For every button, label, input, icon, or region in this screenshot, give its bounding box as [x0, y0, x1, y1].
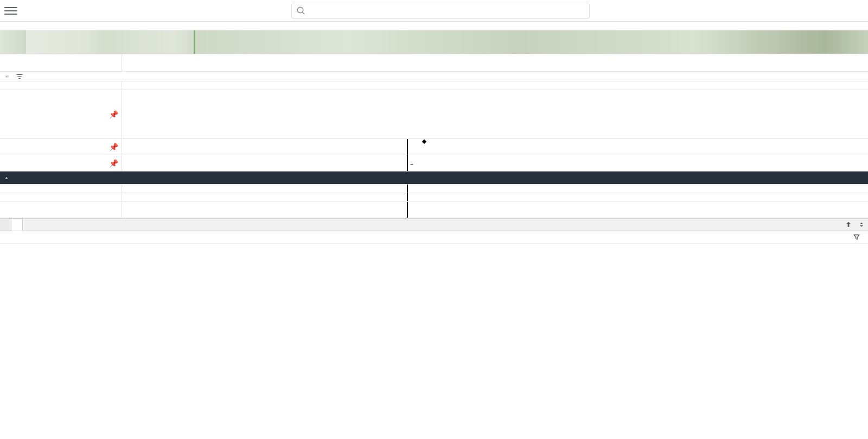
- time-origin-label: [0, 54, 122, 71]
- search-icon: [296, 6, 306, 16]
- time-ruler[interactable]: [122, 54, 868, 71]
- pin-icon[interactable]: 📌: [109, 159, 118, 168]
- binder-transaction-track[interactable]: [122, 81, 868, 90]
- marker-diamond-icon: [421, 139, 427, 145]
- cpu1-track[interactable]: [122, 139, 868, 155]
- ftrace-events-list[interactable]: [0, 244, 868, 439]
- slice-binder-transaction[interactable]: [122, 82, 124, 89]
- menu-icon[interactable]: [4, 4, 17, 17]
- svg-rect-4: [18, 78, 21, 78]
- slice-binder-reply[interactable]: [122, 194, 124, 201]
- tab-ftrace-events[interactable]: [11, 219, 23, 231]
- pin-icon[interactable]: 📌: [109, 143, 118, 151]
- collapse-all-icon[interactable]: [3, 73, 11, 80]
- filter-icon: [853, 233, 860, 241]
- svg-point-0: [297, 7, 303, 13]
- tab-current-selection[interactable]: [0, 219, 11, 231]
- overview-minimap[interactable]: [0, 22, 868, 54]
- chevron-up-icon[interactable]: [3, 175, 10, 181]
- filter-button[interactable]: [853, 233, 863, 241]
- svg-line-1: [302, 12, 304, 14]
- svg-rect-3: [18, 76, 22, 77]
- duration-chip: [410, 164, 413, 165]
- binder-reply-track[interactable]: [122, 193, 868, 201]
- thread-state-track[interactable]: [122, 184, 868, 193]
- overview-heatmap: [0, 30, 868, 54]
- search-input[interactable]: [306, 6, 585, 15]
- cpu0-track[interactable]: [122, 155, 868, 171]
- filter-lines-icon[interactable]: [15, 73, 24, 80]
- panel-expand-icon[interactable]: [855, 219, 868, 231]
- search-box[interactable]: [291, 3, 590, 19]
- process-track[interactable]: [122, 90, 868, 138]
- svg-rect-5: [422, 139, 426, 144]
- svg-rect-2: [17, 74, 23, 74]
- panel-up-icon[interactable]: [842, 219, 855, 231]
- pin-icon[interactable]: 📌: [109, 110, 118, 119]
